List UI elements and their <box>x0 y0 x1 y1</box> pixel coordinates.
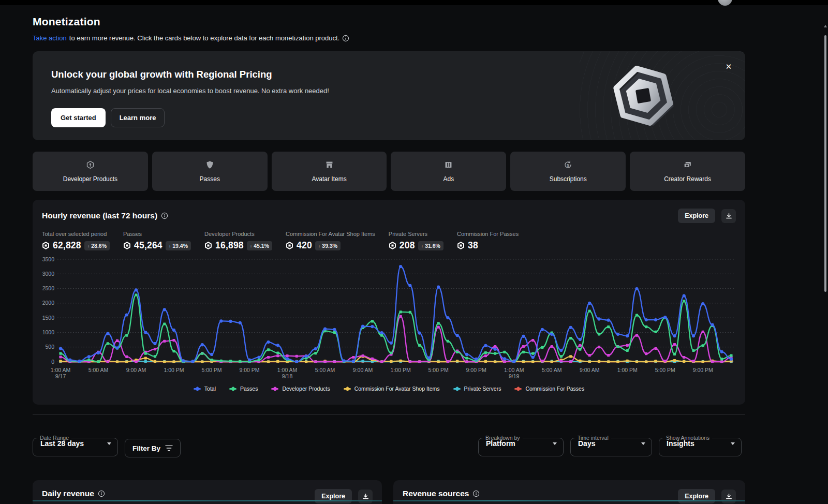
show-annotations-value: Insights <box>667 439 694 448</box>
delta-badge: ↓39.3% <box>315 241 341 250</box>
svg-text:1:00 PM: 1:00 PM <box>164 367 184 373</box>
svg-text:500: 500 <box>45 344 54 350</box>
hourly-revenue-title: Hourly revenue (last 72 hours) <box>42 211 168 220</box>
svg-text:9:00 PM: 9:00 PM <box>240 367 260 373</box>
billboard-icon <box>444 160 453 169</box>
delta-badge: ↓19.4% <box>166 241 191 250</box>
info-icon[interactable] <box>342 35 349 42</box>
product-card-label: Subscriptions <box>550 175 587 183</box>
daily-revenue-chart-edge <box>33 500 382 501</box>
legend-item-avatar-commission[interactable]: Commission For Avatar Shop Items <box>344 386 440 392</box>
product-card-label: Developer Products <box>63 175 117 183</box>
delta-badge: ↓28.6% <box>84 241 110 250</box>
top-navigation-bar <box>0 0 828 5</box>
revenue-sources-card: Revenue sources Explore <box>393 480 745 504</box>
svg-text:1:00 AM: 1:00 AM <box>504 367 524 373</box>
card-creator-rewards[interactable]: Creator Rewards <box>630 152 745 191</box>
delta-badge: ↓45.1% <box>247 241 272 250</box>
stat-total: Total over selected period 62,828 ↓28.6% <box>42 231 110 251</box>
card-ads[interactable]: Ads <box>391 152 506 191</box>
legend-marker <box>194 388 201 390</box>
legend-item-private-servers[interactable]: Private Servers <box>453 386 501 392</box>
stat-value: 420 <box>297 240 312 251</box>
svg-text:1:00 AM: 1:00 AM <box>277 367 298 373</box>
legend-item-passes-commission[interactable]: Commission For Passes <box>514 386 584 392</box>
svg-text:9/18: 9/18 <box>282 373 293 379</box>
date-range-value: Last 28 days <box>40 439 84 448</box>
robux-icon <box>123 242 131 249</box>
daily-revenue-card: Daily revenue Explore <box>33 480 382 504</box>
monetization-product-cards: Developer Products Passes Avatar Items A… <box>33 152 745 191</box>
section-divider <box>33 414 745 415</box>
breakdown-by-select[interactable]: Breakdown by Platform <box>478 435 564 456</box>
svg-text:9:00 AM: 9:00 AM <box>580 367 600 373</box>
robux-3d-logo <box>604 61 682 133</box>
scrollbar[interactable] <box>824 5 827 504</box>
filter-bar: Date Range Last 28 days Filter By Breakd… <box>33 435 745 457</box>
svg-text:5:00 AM: 5:00 AM <box>88 367 109 373</box>
card-passes[interactable]: Passes <box>152 152 268 191</box>
revenue-sources-title: Revenue sources <box>403 489 480 498</box>
scrollbar-up-arrow[interactable] <box>824 25 827 27</box>
cash-stack-icon <box>683 160 692 169</box>
chevron-down-icon <box>107 442 111 445</box>
svg-text:0: 0 <box>51 359 54 365</box>
svg-text:1500: 1500 <box>42 315 55 321</box>
download-icon[interactable] <box>721 209 736 223</box>
stat-value: 16,898 <box>215 240 244 251</box>
regional-pricing-banner: Unlock your global growth with Regional … <box>33 51 745 140</box>
legend-marker <box>344 388 351 390</box>
chart-legend: Total Passes Developer Products Commissi… <box>42 386 736 392</box>
learn-more-button[interactable]: Learn more <box>111 108 165 127</box>
get-started-button[interactable]: Get started <box>51 108 106 127</box>
svg-text:9:00 AM: 9:00 AM <box>126 367 146 373</box>
legend-item-passes[interactable]: Passes <box>229 386 258 392</box>
info-icon[interactable] <box>161 212 168 219</box>
shield-icon <box>205 160 214 169</box>
card-developer-products[interactable]: Developer Products <box>33 152 148 191</box>
hourly-revenue-line-chart[interactable]: 05001000150020002500300035001:00 AM9/175… <box>42 255 735 382</box>
explore-button[interactable]: Explore <box>678 209 715 223</box>
chevron-down-icon <box>731 442 735 445</box>
svg-text:5:00 PM: 5:00 PM <box>202 367 222 373</box>
recurring-dollar-icon: $ <box>564 160 573 169</box>
card-subscriptions[interactable]: $ Subscriptions <box>510 152 626 191</box>
svg-text:1000: 1000 <box>42 329 55 335</box>
legend-item-total[interactable]: Total <box>194 386 216 392</box>
robux-icon <box>457 242 465 249</box>
svg-text:1:00 PM: 1:00 PM <box>391 367 411 373</box>
stat-developer-products: Developer Products 16,898 ↓45.1% <box>204 231 272 251</box>
robux-icon <box>204 242 212 249</box>
robux-icon <box>286 242 293 249</box>
stat-private-servers: Private Servers 208 ↓31.6% <box>389 231 443 251</box>
robux-icon <box>389 242 396 249</box>
svg-text:3500: 3500 <box>42 256 55 262</box>
page-subtitle-text: to earn more revenue. Click the cards be… <box>69 34 339 42</box>
svg-text:1:00 AM: 1:00 AM <box>51 367 71 373</box>
legend-item-developer-products[interactable]: Developer Products <box>271 386 330 392</box>
stat-passes: Passes 45,264 ↓19.4% <box>123 231 191 251</box>
stat-value: 45,264 <box>134 240 162 251</box>
info-icon[interactable] <box>98 490 105 497</box>
svg-text:9:00 PM: 9:00 PM <box>693 367 713 373</box>
legend-marker <box>514 388 522 390</box>
storefront-icon <box>324 160 334 169</box>
svg-text:9:00 PM: 9:00 PM <box>466 367 486 373</box>
info-icon[interactable] <box>472 490 480 497</box>
date-range-select[interactable]: Date Range Last 28 days <box>33 435 118 456</box>
time-interval-select[interactable]: Time interval Days <box>570 435 652 456</box>
stat-passes-commission: Commission For Passes 38 <box>457 231 519 251</box>
show-annotations-select[interactable]: Show Annotations Insights <box>659 435 742 456</box>
take-action-link[interactable]: Take action <box>33 34 67 42</box>
close-icon[interactable]: ✕ <box>722 61 735 73</box>
stat-avatar-commission: Commission For Avatar Shop Items 420 ↓39… <box>286 231 375 251</box>
legend-marker <box>229 388 236 390</box>
product-card-label: Ads <box>443 175 454 183</box>
filter-by-button[interactable]: Filter By <box>125 439 181 457</box>
scrollbar-thumb[interactable] <box>824 35 826 292</box>
card-avatar-items[interactable]: Avatar Items <box>272 152 387 191</box>
svg-text:5:00 AM: 5:00 AM <box>315 367 335 373</box>
svg-text:5:00 PM: 5:00 PM <box>655 367 675 373</box>
daily-revenue-title: Daily revenue <box>42 489 105 498</box>
product-card-label: Creator Rewards <box>664 175 711 183</box>
